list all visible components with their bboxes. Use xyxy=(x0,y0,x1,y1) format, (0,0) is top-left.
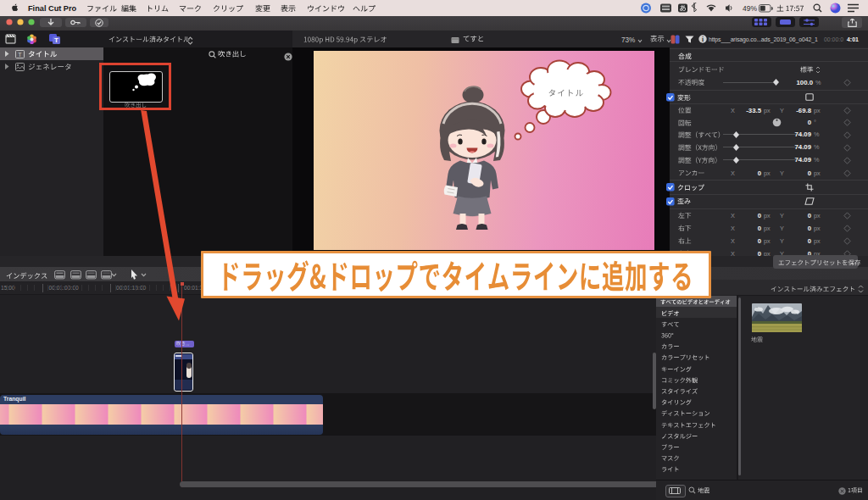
svg-text:T: T xyxy=(18,51,22,57)
svg-text:i: i xyxy=(702,36,704,43)
svg-text:T: T xyxy=(54,36,58,44)
